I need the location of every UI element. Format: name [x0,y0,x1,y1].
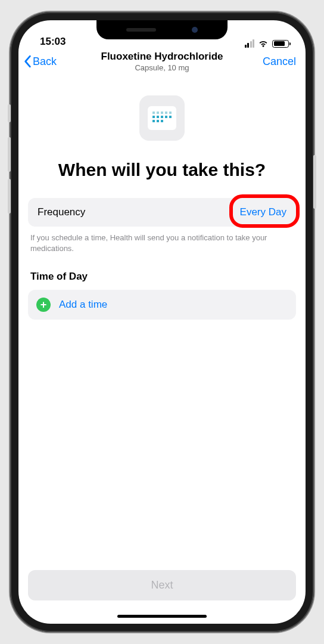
wifi-icon [258,39,269,48]
page-title: Fluoxetine Hydrochloride [101,51,223,63]
calendar-icon [139,95,185,141]
chevron-left-icon [23,55,32,68]
cellular-icon [245,39,255,48]
volume-down [8,179,11,213]
cancel-button[interactable]: Cancel [263,55,296,68]
plus-icon: + [36,298,51,312]
footer: Next [18,561,306,610]
nav-title-group: Fluoxetine Hydrochloride Capsule, 10 mg [101,51,223,72]
battery-icon [272,40,289,48]
phone-frame: 15:03 Back Fluoxetine Hydroch [10,12,314,632]
volume-up [8,137,11,172]
page-subtitle: Capsule, 10 mg [101,63,223,72]
mute-switch [8,104,11,122]
frequency-value: Every Day [240,206,286,218]
content: When will you take this? Frequency Every… [18,73,306,561]
add-time-button[interactable]: + Add a time [28,290,296,320]
status-time: 15:03 [40,36,66,48]
frequency-label: Frequency [38,206,85,218]
frequency-row[interactable]: Frequency Every Day [28,198,296,227]
notch [96,20,228,39]
status-indicators [245,39,289,48]
add-time-label: Add a time [59,299,107,311]
home-indicator[interactable] [117,615,207,618]
back-label: Back [33,55,57,68]
nav-bar: Back Fluoxetine Hydrochloride Capsule, 1… [18,49,306,73]
back-button[interactable]: Back [23,55,57,68]
next-button[interactable]: Next [28,570,296,600]
time-section-title: Time of Day [30,271,294,283]
headline: When will you take this? [40,159,284,181]
frequency-help-text: If you schedule a time, Health will send… [30,233,294,254]
power-button [313,155,316,209]
screen: 15:03 Back Fluoxetine Hydroch [18,20,306,624]
